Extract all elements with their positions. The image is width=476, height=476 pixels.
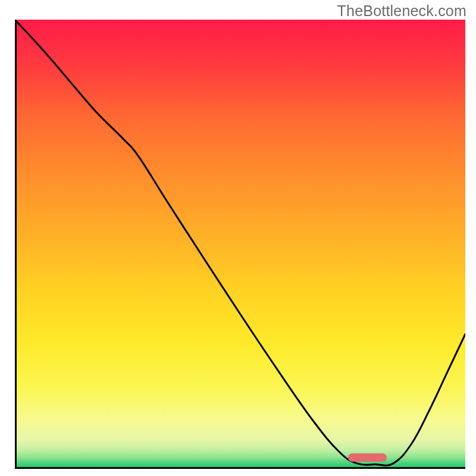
chart-axes-frame xyxy=(15,20,465,469)
chart-svg xyxy=(15,20,465,469)
watermark-text: TheBottleneck.com xyxy=(337,2,466,20)
optimal-marker xyxy=(348,453,386,462)
bottleneck-curve xyxy=(15,20,465,465)
chart-plot-area xyxy=(15,20,465,469)
gradient-background xyxy=(15,20,465,469)
